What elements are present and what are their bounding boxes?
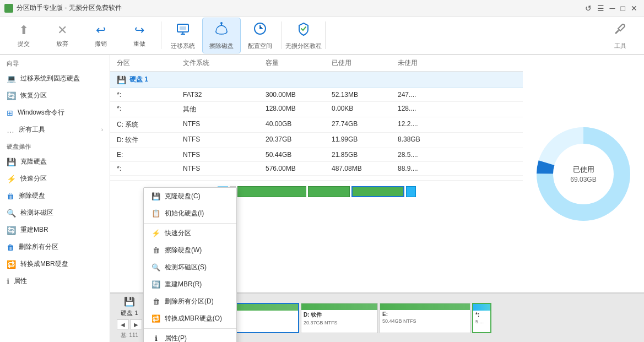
ctx-convert-mbr[interactable]: 🔁 转换成MBR硬盘(O) — [144, 310, 236, 327]
sidebar-item-fast-partition[interactable]: ⚡ 快速分区 — [0, 170, 110, 187]
all-tools-icon: … — [7, 126, 14, 134]
main-layout: 向导 💻 过移系统到固态硬盘 🔄 恢复分区 ⊞ Windows命令行 … 所有工… — [0, 55, 644, 342]
win-refresh-btn[interactable]: ↺ — [583, 4, 594, 13]
win-close-btn[interactable]: ✕ — [629, 4, 640, 13]
ctx-clone-disk[interactable]: 💾 克隆硬盘(C) — [144, 188, 236, 205]
tool-wipe-label: 擦除磁盘 — [209, 42, 234, 50]
nodamage-icon — [296, 21, 311, 40]
row1-free: 128.... — [398, 105, 464, 114]
sidebar-wipe-disk-label: 擦除硬盘 — [19, 191, 45, 200]
sidebar-cmd-label: Windows命令行 — [18, 108, 64, 117]
disk-base-info: 基: 111 — [121, 332, 138, 339]
ctx-delete-label: 删除所有分区(D) — [165, 297, 214, 306]
disk1-icon: 💾 — [117, 75, 126, 84]
row0-capacity: 300.00MB — [266, 91, 332, 99]
tool-cancel[interactable]: ✕ 放弃 — [43, 18, 82, 53]
sidebar-item-migrate-os[interactable]: 💻 过移系统到固态硬盘 — [0, 70, 110, 87]
tool-nodamage[interactable]: 无损分区教程 — [284, 18, 323, 53]
sidebar-convert-mbr-label: 转换成MBR硬盘 — [20, 259, 68, 269]
row2-capacity: 40.00GB — [266, 120, 332, 129]
ctx-wipe-icon: 🗑 — [151, 246, 160, 254]
clone-disk-icon: 💾 — [7, 158, 16, 166]
ctx-props-label: 属性(P) — [165, 334, 187, 342]
ctx-check-bad[interactable]: 🔍 检测坏磁区(S) — [144, 259, 236, 276]
tool-allocate[interactable]: 配置空间 — [241, 18, 279, 53]
table-row[interactable]: E: NTFS 50.44GB 21.85GB 28.5.... — [110, 148, 523, 162]
toolbar-sep-1 — [161, 21, 161, 49]
seg-box-e[interactable]: E: 50.44GB NTFS — [380, 303, 470, 333]
table-row[interactable]: *: FAT32 300.00MB 52.13MB 247.... — [110, 88, 523, 102]
row5-partition: *: — [117, 165, 183, 172]
table-row[interactable]: *: NTFS 576.00MB 487.08MB 88.9.... — [110, 162, 523, 176]
ctx-init-disk[interactable]: 📋 初始化硬盘(I) — [144, 205, 236, 222]
sidebar-item-clone-disk[interactable]: 💾 克隆硬盘 — [0, 153, 110, 170]
tool-cancel-label: 放弃 — [56, 40, 68, 48]
disk1-group-header: 💾 硬盘 1 — [110, 72, 523, 88]
col-used: 已使用 — [332, 58, 398, 68]
seg-sub-e: 50.44GB NTFS — [380, 318, 470, 324]
sidebar-item-wipe-disk[interactable]: 🗑 擦除硬盘 — [0, 187, 110, 204]
ctx-rebuild-mbr[interactable]: 🔄 重建MBR(R) — [144, 276, 236, 293]
table-row[interactable]: *: 其他 128.00MB 0.00KB 128.... — [110, 102, 523, 117]
tool-submit[interactable]: ⬆ 提交 — [4, 18, 43, 53]
sidebar-item-properties[interactable]: ℹ 属性 — [0, 273, 110, 290]
sidebar-item-delete-all[interactable]: 🗑 删除所有分区 — [0, 238, 110, 256]
ctx-fast-part[interactable]: ⚡ 快速分区 — [144, 225, 236, 242]
row3-capacity: 20.37GB — [266, 135, 332, 145]
table-row[interactable]: C: 系统 NTFS 40.00GB 27.74GB 12.2.... — [110, 117, 523, 133]
row0-free: 247.... — [398, 91, 464, 99]
seg-sub-last: 5.... — [473, 319, 490, 324]
tool-migrate[interactable]: 迁移系统 — [164, 18, 202, 53]
thumb-seg-d — [308, 186, 350, 197]
wipe-disk-sidebar-icon: 🗑 — [7, 192, 14, 200]
ctx-wipe-disk[interactable]: 🗑 擦除硬盘(W) — [144, 242, 236, 259]
app-icon — [4, 4, 13, 13]
sidebar-item-recover[interactable]: 🔄 恢复分区 — [0, 87, 110, 104]
seg-label-d: D: 软件 — [301, 310, 377, 320]
row5-capacity: 576.00MB — [266, 165, 332, 172]
tool-wipe[interactable]: 擦除磁盘 — [202, 18, 241, 53]
disk-thumb-bar — [218, 186, 416, 197]
sidebar: 向导 💻 过移系统到固态硬盘 🔄 恢复分区 ⊞ Windows命令行 … 所有工… — [0, 55, 110, 342]
disk-nav-prev[interactable]: ◀ — [117, 319, 129, 329]
undo-icon: ↩ — [96, 23, 106, 37]
sidebar-disk-ops-title: 硬盘操作 — [0, 138, 110, 153]
ctx-properties[interactable]: ℹ 属性(P) — [144, 330, 236, 342]
col-capacity: 容量 — [266, 58, 332, 68]
tool-undo[interactable]: ↩ 撤销 — [82, 18, 120, 53]
sidebar-item-cmd[interactable]: ⊞ Windows命令行 — [0, 104, 110, 121]
svg-point-6 — [220, 22, 223, 24]
seg-box-d[interactable]: D: 软件 20.37GB NTFS — [301, 303, 378, 333]
window-controls: ↺ ☰ ─ □ ✕ — [583, 4, 640, 13]
win-maximize-btn[interactable]: □ — [619, 4, 627, 13]
recover-icon: 🔄 — [7, 91, 16, 100]
row3-partition: D: 软件 — [117, 135, 183, 145]
row0-used: 52.13MB — [332, 91, 398, 99]
tool-tools[interactable]: 工具 — [601, 18, 640, 53]
migrate-icon — [175, 21, 191, 40]
table-row[interactable]: D: 软件 NTFS 20.37GB 11.99GB 8.38GB — [110, 133, 523, 148]
all-tools-arrow: › — [101, 127, 103, 133]
tool-submit-label: 提交 — [18, 40, 30, 48]
redo-icon: ↪ — [134, 23, 144, 37]
win-minimize-btn[interactable]: ─ — [608, 4, 618, 13]
tool-redo-label: 重做 — [133, 40, 145, 48]
ctx-sep-1 — [144, 223, 236, 224]
row0-partition: *: — [117, 91, 183, 99]
sidebar-item-all-tools[interactable]: … 所有工具 › — [0, 121, 110, 138]
seg-box-last[interactable]: *: 5.... — [472, 303, 491, 333]
check-bad-sidebar-icon: 🔍 — [7, 209, 16, 218]
sidebar-item-rebuild-mbr[interactable]: 🔄 重建MBR — [0, 221, 110, 238]
fast-partition-icon: ⚡ — [7, 175, 16, 183]
disk-nav-next[interactable]: ▶ — [130, 319, 142, 329]
tool-redo[interactable]: ↪ 重做 — [120, 18, 159, 53]
sidebar-item-convert-mbr[interactable]: 🔁 转换成MBR硬盘 — [0, 256, 110, 273]
win-menu-btn[interactable]: ☰ — [595, 4, 607, 13]
ctx-delete-all[interactable]: 🗑 删除所有分区(D) — [144, 293, 236, 310]
ctx-convert-label: 转换成MBR硬盘(O) — [165, 314, 222, 323]
sidebar-item-check-bad[interactable]: 🔍 检测坏磁区 — [0, 204, 110, 221]
seg-sub-d: 20.37GB NTFS — [301, 320, 377, 325]
row5-fs: NTFS — [183, 165, 266, 172]
ctx-props-icon: ℹ — [151, 334, 160, 342]
sidebar-properties-label: 属性 — [14, 276, 27, 286]
